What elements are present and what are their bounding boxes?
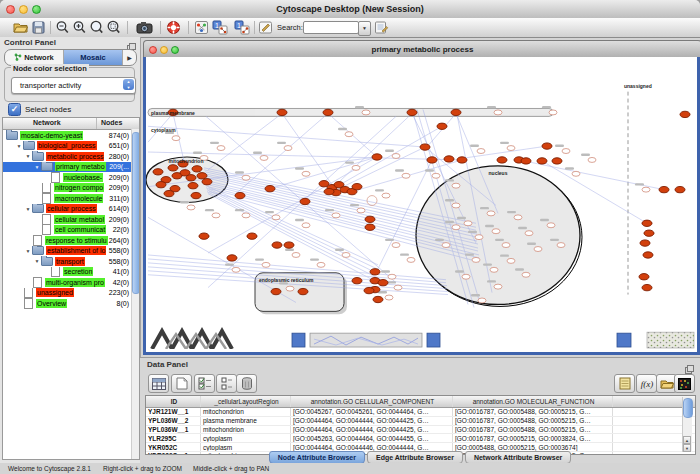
table-scrollbar[interactable]: ▲ ▼ — [682, 397, 692, 452]
cell-region[interactable]: mitochondrion — [201, 408, 291, 416]
tree-row[interactable]: secretion41(0) — [3, 267, 139, 278]
column-header-molecular-function[interactable]: annotation.GO MOLECULAR_FUNCTION — [453, 396, 613, 407]
column-header-region[interactable]: _cellularLayoutRegion — [201, 396, 291, 407]
help-lifesaver-icon[interactable] — [166, 20, 181, 35]
plasma-membrane-bar[interactable] — [148, 108, 553, 116]
cell-region[interactable]: mitochondrion — [201, 426, 291, 434]
tree-row[interactable]: Overview8(0) — [3, 298, 139, 309]
column-header-cellular-component[interactable]: annotation.GO CELLULAR_COMPONENT — [291, 396, 453, 407]
tree-row[interactable]: ▼cellular process614(0) — [3, 204, 139, 215]
expand-triangle-icon[interactable]: ▼ — [33, 258, 41, 264]
attribute-matrix-icon[interactable] — [674, 374, 695, 393]
expand-triangle-icon[interactable]: ▼ — [24, 153, 32, 159]
toolbar-separator — [160, 21, 161, 34]
cell-molecular[interactable]: [GO:0016787, GO:0005215, GO:0003824, G… — [453, 434, 613, 442]
cell-molecular[interactable]: [GO:0016787, GO:0005488, GO:0005215, G… — [453, 417, 613, 425]
new-network-from-selected-nodes-icon[interactable]: 1 — [212, 20, 227, 35]
float-panel-icon[interactable] — [685, 360, 694, 369]
open-icon[interactable] — [13, 20, 28, 35]
cell-id[interactable]: YPL036W__2 — [146, 417, 201, 425]
tree-row[interactable]: ▼biological_process651(0) — [3, 141, 139, 152]
tree-row[interactable]: cell communicat22(0) — [3, 225, 139, 236]
cell-cellular[interactable]: [GO:0044464, GO:0044444, GO:0044425, G… — [291, 426, 453, 434]
zoom-out-icon[interactable] — [55, 20, 70, 35]
table-row[interactable]: YPL036W__1mitochondrion[GO:0044464, GO:0… — [146, 426, 695, 435]
float-panel-icon[interactable] — [127, 38, 136, 47]
cell-region[interactable]: cytoplasm — [201, 434, 291, 442]
select-attributes-icon[interactable] — [194, 374, 215, 393]
cell-id[interactable]: YJR121W__1 — [146, 408, 201, 416]
tree-row[interactable]: unassigned223(0) — [3, 288, 139, 299]
tree-row[interactable]: ▼establishment of lo558(0) — [3, 246, 139, 257]
tree-row[interactable]: nitrogen compo209(0) — [3, 183, 139, 194]
search-config-icon[interactable] — [374, 20, 389, 35]
cell-cellular[interactable]: [GO:0045263, GO:0044464, GO:0044455, G… — [291, 434, 453, 442]
cell-cellular[interactable]: [GO:0044464, GO:0044446, GO:0044444, G… — [291, 443, 453, 451]
expand-triangle-icon[interactable]: ▼ — [24, 206, 32, 212]
new-network-from-selected-edges-icon[interactable]: 1 — [234, 20, 249, 35]
table-row[interactable]: YLR295Ccytoplasm[GO:0045263, GO:0044464,… — [146, 434, 695, 443]
main-titlebar[interactable]: Cytoscape Desktop (New Session) — [0, 0, 700, 19]
cell-region[interactable]: plasma membrane — [201, 417, 291, 425]
tree-header-nodes[interactable]: Nodes — [101, 119, 122, 126]
search-dropdown-button[interactable]: ▼ — [358, 21, 371, 36]
file-icon — [42, 214, 51, 225]
zoom-in-icon[interactable] — [72, 20, 87, 35]
table-scrollbar-thumb[interactable] — [683, 398, 693, 418]
search-input[interactable] — [303, 21, 359, 34]
node-color-dropdown-value: transporter activity — [20, 81, 81, 90]
tree-row[interactable]: ▼metabolic process280(0) — [3, 151, 139, 162]
cell-id[interactable]: YPL036W__1 — [146, 426, 201, 434]
tree-row[interactable]: macromolecule311(0) — [3, 193, 139, 204]
tree-scrollbar[interactable] — [131, 129, 139, 459]
tree-row[interactable]: multi-organism pro42(0) — [3, 277, 139, 288]
create-attribute-icon[interactable] — [216, 374, 237, 393]
function-builder-icon[interactable]: f(x) — [636, 374, 657, 393]
expand-triangle-icon[interactable]: ▼ — [33, 164, 41, 170]
save-icon[interactable] — [31, 20, 46, 35]
cell-region[interactable]: cytoplasm — [201, 443, 291, 451]
network-overview-icon[interactable] — [194, 20, 209, 35]
network-label: primary metabo — [55, 162, 106, 171]
cell-id[interactable]: YLR295C — [146, 434, 201, 442]
cell-molecular[interactable]: [GO:0016787, GO:0005488, GO:0005215, G… — [453, 408, 613, 416]
expand-triangle-icon[interactable]: ▼ — [15, 143, 23, 149]
tree-row[interactable]: nucleobase-209(0) — [3, 172, 139, 183]
cell-molecular[interactable]: [GO:0005488, GO:0005215, GO:0003674] — [453, 443, 613, 451]
new-attribute-icon[interactable] — [171, 374, 192, 393]
table-row[interactable]: YPL036W__2plasma membrane[GO:0044464, GO… — [146, 417, 695, 426]
scroll-up-icon[interactable]: ▲ — [683, 436, 691, 444]
snapshot-camera-icon[interactable] — [136, 20, 154, 35]
tree-row[interactable]: ▼transport558(0) — [3, 256, 139, 267]
delete-attribute-icon[interactable] — [236, 374, 257, 393]
tree-header-network[interactable]: Network — [33, 119, 61, 126]
notes-icon[interactable] — [614, 374, 635, 393]
cell-cellular[interactable]: [GO:0045267, GO:0045261, GO:0044464, G… — [291, 408, 453, 416]
cell-molecular[interactable]: [GO:0016787, GO:0005488, GO:0005215, G… — [453, 426, 613, 434]
cell-id[interactable]: YKR052C — [146, 443, 201, 451]
node-color-dropdown[interactable]: transporter activity ▲▼ — [11, 77, 136, 94]
expand-triangle-icon[interactable]: ▼ — [24, 248, 32, 254]
tree-row-selected[interactable]: ▼primary metabo209(... — [3, 162, 139, 173]
status-zoom-hint: Right-click + drag to ZOOM — [103, 465, 182, 472]
column-header-id[interactable]: ID — [146, 396, 201, 407]
tree-row[interactable]: mosaic-demo-yeast874(0) — [3, 130, 139, 141]
network-canvas[interactable]: plasma membrane cytoplasm mitochondrion … — [146, 57, 697, 349]
zoom-fit-icon[interactable] — [89, 20, 104, 35]
table-row[interactable]: YJR121W__1mitochondrion[GO:0045267, GO:0… — [146, 408, 695, 417]
cell-cellular[interactable]: [GO:0044464, GO:0044444, GO:0044425, G… — [291, 417, 453, 425]
attribute-table-icon[interactable] — [148, 374, 169, 393]
tree-row[interactable]: response to stimulu264(0) — [3, 235, 139, 246]
tree-scrollbar-thumb[interactable] — [132, 132, 140, 294]
annotation-icon[interactable] — [258, 20, 273, 35]
attribute-table[interactable]: ID _cellularLayoutRegion annotation.GO C… — [145, 395, 696, 455]
node-count: 209(0) — [109, 216, 129, 223]
tab-mosaic[interactable]: Mosaic — [64, 50, 123, 65]
zoom-selected-icon[interactable] — [106, 20, 121, 35]
tab-network[interactable]: Network — [5, 50, 64, 65]
tab-overflow-arrow-icon[interactable]: ▶ — [123, 50, 136, 65]
file-icon — [24, 288, 33, 299]
tree-row[interactable]: cellular metabol209(0) — [3, 214, 139, 225]
select-nodes-checkbox[interactable]: ✓ — [8, 103, 21, 116]
select-nodes-row: ✓ Select nodes — [8, 103, 71, 116]
